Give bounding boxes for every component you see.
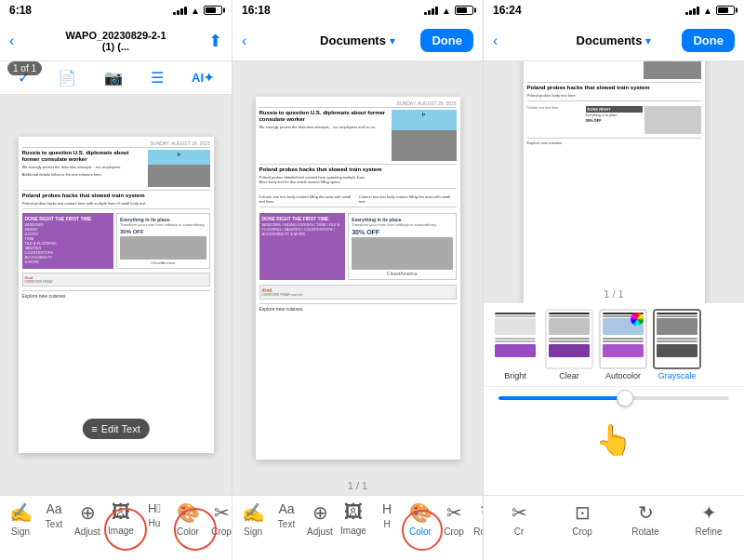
page-number-middle: 1 / 1 — [232, 480, 483, 491]
header-right-middle: Done — [418, 29, 473, 52]
filter-grayscale[interactable]: Grayscale — [653, 309, 701, 380]
h-btn-left[interactable]: H⃞ Hu — [138, 501, 171, 528]
signal-left — [173, 6, 187, 15]
doc-page-left: SUNDAY, AUGUST 29, 2023 Russia to questi… — [19, 137, 214, 453]
sign-btn-middle[interactable]: ✍ Sign — [236, 501, 270, 537]
header-left-right: ‹ — [493, 33, 549, 49]
refine-btn-right[interactable]: ✦ Refine — [692, 501, 725, 537]
middle-panel: 16:18 ▲ ‹ Documents ▾ Done SUNDAY — [232, 0, 484, 560]
adjust-btn-left[interactable]: ⊕ Adjust — [71, 501, 104, 537]
wifi-middle: ▲ — [442, 6, 451, 16]
filter-clear[interactable]: Clear — [545, 309, 593, 380]
chevron-down-middle[interactable]: ▾ — [390, 34, 395, 47]
slider-thumb[interactable] — [617, 390, 633, 407]
header-right: ‹ Documents ▾ Done — [484, 20, 744, 61]
header-right-left: ⬆ — [166, 31, 222, 51]
wifi-right: ▲ — [703, 6, 712, 16]
color-btn-middle[interactable]: 🎨 Color — [404, 501, 437, 537]
camera-btn[interactable]: 📷 — [100, 67, 126, 88]
bottom-toolbar-middle: ✍ Sign Aa Text ⊕ Adjust 🖼 Image H H 🎨 Co… — [232, 495, 483, 560]
ai-btn[interactable]: AI✦ — [188, 69, 218, 87]
status-icons-right: ▲ — [685, 6, 735, 16]
signal-right — [685, 6, 699, 15]
status-bar-left: 6:18 ▲ — [0, 0, 232, 20]
header-left-middle: ‹ — [242, 33, 298, 49]
done-btn-right[interactable]: Done — [682, 29, 735, 52]
battery-left — [204, 6, 222, 15]
filter-bright-label: Bright — [504, 371, 526, 380]
wifi-left: ▲ — [191, 6, 200, 16]
header-title-group-middle: Documents ▾ — [320, 33, 395, 47]
filter-clear-img — [545, 309, 593, 369]
back-btn-middle[interactable]: ‹ — [242, 33, 246, 49]
page-counter-left: 1 of 1 — [7, 61, 42, 75]
right-panel: 16:24 ▲ ‹ Documents ▾ Done SUNDAY — [484, 0, 744, 560]
filter-autocolor[interactable]: Autocolor — [599, 309, 647, 380]
status-icons-middle: ▲ — [424, 6, 473, 16]
doc-page-right: SUNDAY, AUGUST 29, 2023 Russia to questi… — [524, 61, 705, 303]
crop-btn-left[interactable]: ✂ Crop — [205, 501, 232, 537]
header-title-group-right: Documents ▾ — [577, 33, 652, 47]
doc-preview-left: SUNDAY, AUGUST 29, 2023 Russia to questi… — [0, 95, 232, 495]
upload-btn-left[interactable]: ⬆ — [208, 31, 222, 51]
bottom-toolbar-left: ✍ Sign Aa Text ⊕ Adjust 🖼 Image H⃞ Hu 🎨 … — [0, 495, 232, 560]
done-btn-middle[interactable]: Done — [420, 29, 473, 52]
slider-fill — [498, 396, 625, 400]
doc-preview-right: SUNDAY, AUGUST 29, 2023 Russia to questi… — [484, 61, 744, 303]
header-middle: ‹ Documents ▾ Done — [232, 20, 483, 61]
slider-track[interactable] — [498, 396, 729, 400]
time-middle: 16:18 — [242, 4, 271, 17]
rotate-btn-middle[interactable]: ↻ Rotate — [471, 501, 484, 537]
status-bar-right: 16:24 ▲ — [484, 0, 744, 20]
page-title-right: Documents — [577, 33, 643, 47]
color-btn-left[interactable]: 🎨 Color — [171, 501, 205, 537]
filter-grayscale-label: Grayscale — [658, 371, 697, 380]
filter-autocolor-label: Autocolor — [605, 371, 641, 380]
page-title-left: WAPO_20230829-2-1 (1) (... — [65, 30, 166, 52]
battery-middle — [455, 6, 473, 15]
page-number-right: 1 / 1 — [484, 288, 744, 300]
slider-area — [484, 387, 744, 409]
image-btn-left[interactable]: 🖼 Image — [104, 501, 138, 536]
signal-middle — [424, 6, 438, 15]
filter-bright[interactable]: Bright — [491, 309, 539, 380]
battery-right — [716, 6, 735, 15]
crop-btn-right[interactable]: ⊡ Crop — [565, 501, 599, 537]
h-btn-middle[interactable]: H H — [370, 501, 404, 529]
doc-page-middle: SUNDAY, AUGUST 29, 2023 Russia to questi… — [256, 97, 460, 460]
doc-preview-middle: SUNDAY, AUGUST 29, 2023 Russia to questi… — [232, 61, 483, 495]
time-right: 16:24 — [493, 4, 522, 17]
bottom-toolbar-right: ✂ Cr ⊡ Crop ↻ Rotate ✦ Refine — [484, 495, 744, 560]
cursor-hand-icon: 👆 — [595, 422, 632, 458]
rotate-btn-right[interactable]: ↻ Rotate — [629, 501, 662, 537]
edit-text-btn[interactable]: ≡ Edit Text — [82, 419, 149, 439]
back-btn-right[interactable]: ‹ — [493, 33, 498, 49]
back-btn-left[interactable]: ‹ — [9, 33, 14, 49]
image-btn-middle[interactable]: 🖼 Image — [337, 501, 370, 536]
adjust-btn-middle[interactable]: ⊕ Adjust — [303, 501, 337, 537]
clipboard-btn[interactable]: ☰ — [147, 67, 167, 88]
status-icons-left: ▲ — [173, 6, 222, 16]
header-left-controls: ‹ — [9, 33, 65, 49]
left-panel: 6:18 ▲ ‹ WAPO_20230829-2-1 (1) (... ⬆ ✓ … — [0, 0, 232, 560]
status-bar-middle: 16:18 ▲ — [232, 0, 483, 20]
filter-thumbnails: Bright Clear — [484, 303, 744, 387]
page-title-middle: Documents — [320, 33, 386, 47]
text-btn-middle[interactable]: Aa Text — [270, 501, 303, 529]
text-btn-left[interactable]: Aa Text — [37, 501, 71, 529]
time-left: 6:18 — [9, 4, 32, 17]
header-right-right: Done — [679, 29, 735, 52]
filter-bright-img — [491, 309, 539, 369]
crop-btn-middle[interactable]: ✂ Crop — [437, 501, 471, 537]
page-btn[interactable]: 📄 — [54, 67, 80, 88]
filter-grayscale-img — [653, 309, 701, 369]
chevron-down-right[interactable]: ▾ — [645, 34, 651, 47]
filter-autocolor-img — [599, 309, 647, 369]
header-left: ‹ WAPO_20230829-2-1 (1) (... ⬆ — [0, 20, 232, 61]
cr-btn-right[interactable]: ✂ Cr — [502, 501, 536, 537]
sign-btn-left[interactable]: ✍ Sign — [4, 501, 37, 537]
filter-clear-label: Clear — [559, 371, 579, 380]
